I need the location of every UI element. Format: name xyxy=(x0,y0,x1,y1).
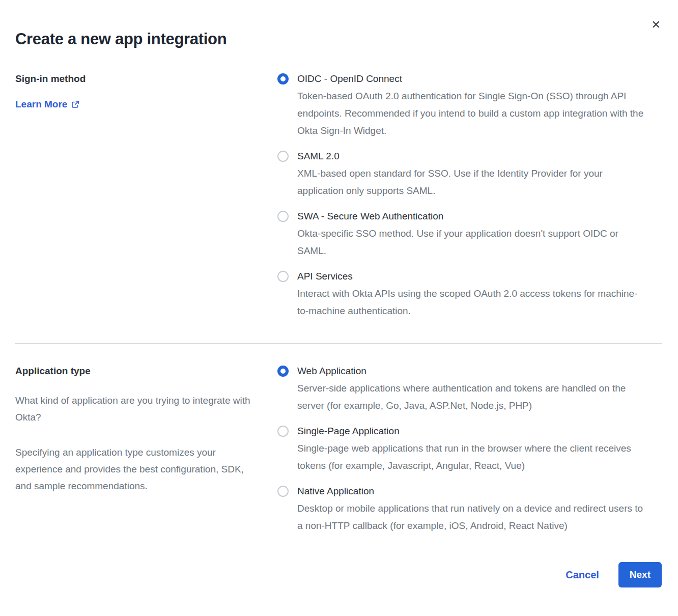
radio-button[interactable] xyxy=(277,151,289,162)
radio-option[interactable]: Single-Page Application Single-page web … xyxy=(277,423,644,474)
radio-option-label[interactable]: SWA - Secure Web Authentication xyxy=(297,208,644,225)
application-type-options: Web Application Server-side applications… xyxy=(277,362,644,535)
close-icon[interactable]: ✕ xyxy=(651,18,662,32)
external-link-icon xyxy=(71,100,79,108)
radio-button[interactable] xyxy=(277,366,289,377)
application-type-question: What kind of application are you trying … xyxy=(15,392,262,426)
radio-option-text: Native Application Desktop or mobile app… xyxy=(297,483,644,535)
cancel-button[interactable]: Cancel xyxy=(566,569,599,581)
radio-option-label[interactable]: Single-Page Application xyxy=(297,423,644,440)
radio-option-text: API Services Interact with Okta APIs usi… xyxy=(297,268,644,320)
section-divider xyxy=(15,343,662,344)
radio-option[interactable]: SWA - Secure Web Authentication Okta-spe… xyxy=(277,208,644,260)
radio-option-description: Single-page web applications that run in… xyxy=(297,440,644,474)
radio-option-text: Web Application Server-side applications… xyxy=(297,362,644,414)
next-button[interactable]: Next xyxy=(618,562,662,587)
radio-option-text: Single-Page Application Single-page web … xyxy=(297,423,644,474)
radio-option-label[interactable]: Web Application xyxy=(297,362,644,380)
radio-button[interactable] xyxy=(277,73,289,85)
sign-in-method-label: Sign-in method xyxy=(15,70,262,88)
radio-button[interactable] xyxy=(277,486,289,497)
radio-option[interactable]: Web Application Server-side applications… xyxy=(277,362,644,414)
radio-option-label[interactable]: Native Application xyxy=(297,483,644,500)
radio-option[interactable]: SAML 2.0 XML-based open standard for SSO… xyxy=(277,148,644,200)
radio-option[interactable]: API Services Interact with Okta APIs usi… xyxy=(277,268,644,320)
radio-option-text: SWA - Secure Web Authentication Okta-spe… xyxy=(297,208,644,260)
radio-option-label[interactable]: OIDC - OpenID Connect xyxy=(297,70,644,88)
radio-option-description: XML-based open standard for SSO. Use if … xyxy=(297,165,644,200)
radio-option-description: Okta-specific SSO method. Use if your ap… xyxy=(297,225,644,260)
radio-option-label[interactable]: SAML 2.0 xyxy=(297,148,644,165)
radio-button[interactable] xyxy=(277,271,289,282)
radio-option-description: Interact with Okta APIs using the scoped… xyxy=(297,285,644,320)
learn-more-link[interactable]: Learn More xyxy=(15,96,79,113)
radio-button[interactable] xyxy=(277,426,289,437)
radio-button[interactable] xyxy=(277,211,289,222)
application-type-section: Application type What kind of applicatio… xyxy=(15,362,662,535)
radio-option-text: OIDC - OpenID Connect Token-based OAuth … xyxy=(297,70,644,139)
radio-option[interactable]: Native Application Desktop or mobile app… xyxy=(277,483,644,535)
sign-in-method-section: Sign-in method Learn More OIDC - OpenID … xyxy=(15,70,662,320)
page-title: Create a new app integration xyxy=(15,30,662,49)
radio-option-description: Server-side applications where authentic… xyxy=(297,380,644,414)
radio-option-description: Desktop or mobile applications that run … xyxy=(297,500,644,535)
sign-in-method-options: OIDC - OpenID Connect Token-based OAuth … xyxy=(277,70,644,320)
dialog-footer: Cancel Next xyxy=(15,562,662,587)
application-type-label: Application type xyxy=(15,362,262,380)
create-app-integration-dialog: ✕ Create a new app integration Sign-in m… xyxy=(0,0,678,616)
application-type-help-text: Specifying an application type customize… xyxy=(15,444,262,494)
radio-option[interactable]: OIDC - OpenID Connect Token-based OAuth … xyxy=(277,70,644,139)
radio-option-text: SAML 2.0 XML-based open standard for SSO… xyxy=(297,148,644,200)
learn-more-label: Learn More xyxy=(15,96,67,113)
radio-option-description: Token-based OAuth 2.0 authentication for… xyxy=(297,88,644,139)
radio-option-label[interactable]: API Services xyxy=(297,268,644,285)
